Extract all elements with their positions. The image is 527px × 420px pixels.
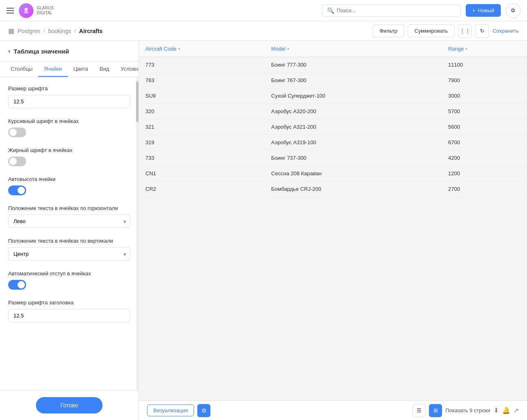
cell-range: 7900: [442, 73, 527, 88]
back-arrow-icon[interactable]: ‹: [8, 47, 10, 55]
bold-group: Жирный шрифт в ячейках: [8, 147, 130, 166]
font-size-input[interactable]: [8, 95, 130, 108]
cell-aircraft_code: 319: [139, 135, 265, 150]
header-font-size-group: Размер шрифта заголовка: [8, 299, 130, 322]
summarize-button[interactable]: Суммировать: [408, 25, 455, 37]
header-font-size-input[interactable]: [8, 309, 130, 322]
grid-view-button[interactable]: ⊞: [429, 404, 442, 417]
header-font-size-label: Размер шрифта заголовка: [8, 299, 130, 306]
v-align-select[interactable]: Верх Центр Низ: [8, 247, 130, 261]
plus-icon: +: [472, 7, 476, 13]
viz-settings-icon: ⚙: [201, 407, 207, 414]
logo-text: GLARUS DIGITAL: [37, 6, 54, 16]
cell-model: Боинг 767-300: [265, 73, 442, 88]
filter-button[interactable]: Фильтр: [373, 25, 404, 37]
cell-range: 5600: [442, 119, 527, 135]
cell-range: 3000: [442, 88, 527, 104]
sidebar-tabs: Столбцы Ячейки Цвета Вид Условное формат…: [0, 62, 138, 77]
data-table: Aircraft Code ▾ Model ▾: [139, 41, 527, 197]
rows-count: Показать 9 строки: [445, 407, 490, 413]
columns-icon-button[interactable]: ⋮⋮: [458, 24, 472, 38]
cell-aircraft_code: 320: [139, 104, 265, 119]
search-bar[interactable]: 🔍: [322, 4, 461, 17]
italic-toggle-wrap: [8, 127, 130, 137]
cell-aircraft_code: 733: [139, 150, 265, 166]
range-filter-icon[interactable]: ▾: [465, 47, 467, 51]
auto-height-toggle-wrap: [8, 185, 130, 195]
refresh-button[interactable]: ↻: [475, 24, 489, 38]
breadcrumb-sep-2: /: [74, 28, 76, 34]
h-align-select[interactable]: Лево Центр Право: [8, 214, 130, 228]
auto-indent-toggle-wrap: [8, 280, 130, 290]
tab-conditional[interactable]: Условное форматиров...: [115, 62, 138, 77]
italic-toggle[interactable]: [8, 127, 26, 137]
grid-icon: ⊞: [433, 407, 438, 413]
new-button[interactable]: + Новый: [466, 4, 501, 17]
sidebar-footer: Готово: [0, 390, 138, 420]
auto-height-label: Автовысота ячейки: [8, 176, 130, 182]
table-row: CN1Сессна 208 Караван1200: [139, 166, 527, 181]
model-filter-icon[interactable]: ▾: [287, 47, 289, 51]
logo-area: GLARUS DIGITAL: [19, 3, 54, 18]
search-icon: 🔍: [327, 7, 334, 14]
columns-icon: ⋮⋮: [460, 28, 470, 34]
content-area: Aircraft Code ▾ Model ▾: [139, 41, 527, 420]
list-view-button[interactable]: ☰: [413, 404, 426, 417]
done-button[interactable]: Готово: [36, 397, 103, 413]
auto-height-group: Автовысота ячейки: [8, 176, 130, 195]
cell-range: 4200: [442, 150, 527, 166]
share-icon[interactable]: ↗: [514, 407, 519, 414]
v-align-select-wrap: Верх Центр Низ ▾: [8, 247, 130, 261]
breadcrumb-actions: Фильтр Суммировать ⋮⋮ ↻ Сохранить: [373, 24, 519, 38]
table-row: 320Аэробус А320-2005700: [139, 104, 527, 119]
cell-range: 5700: [442, 104, 527, 119]
save-button[interactable]: Сохранить: [492, 28, 519, 34]
breadcrumb-bookings[interactable]: bookings: [48, 28, 71, 34]
auto-indent-toggle[interactable]: [8, 280, 26, 290]
aircraft-code-filter-icon[interactable]: ▾: [178, 47, 180, 51]
tab-colors[interactable]: Цвета: [68, 62, 94, 77]
logo-icon: [19, 3, 33, 18]
bell-icon[interactable]: 🔔: [502, 407, 510, 414]
cell-model: Бомбардье CRJ-200: [265, 181, 442, 197]
list-icon: ☰: [417, 407, 422, 413]
viz-settings-button[interactable]: ⚙: [197, 404, 210, 417]
table-body: 773Боинг 777-30011100763Боинг 767-300790…: [139, 57, 527, 197]
tab-cells[interactable]: Ячейки: [38, 62, 68, 77]
download-icon[interactable]: ⬇: [494, 407, 499, 414]
cell-model: Сухой Суперджет-100: [265, 88, 442, 104]
col-header-model: Model ▾: [265, 41, 442, 57]
breadcrumb-aircrafts: Aircrafts: [79, 28, 103, 34]
bold-toggle[interactable]: [8, 156, 26, 166]
bold-toggle-wrap: [8, 156, 130, 166]
hamburger-menu[interactable]: [7, 8, 14, 13]
col-header-range: Range ▾: [442, 41, 527, 57]
h-align-select-wrap: Лево Центр Право ▾: [8, 214, 130, 228]
breadcrumb-sep-1: /: [43, 28, 45, 34]
auto-indent-group: Автоматический отступ в ячейках: [8, 270, 130, 290]
tab-columns[interactable]: Столбцы: [5, 62, 38, 77]
v-align-group: Положение текста в ячейках по вертикали …: [8, 238, 130, 261]
cell-model: Боинг 737-300: [265, 150, 442, 166]
sidebar-title: Таблица значений: [13, 48, 69, 55]
table-row: 321Аэробус А321-2005600: [139, 119, 527, 135]
cell-range: 2700: [442, 181, 527, 197]
col-header-aircraft-code: Aircraft Code ▾: [139, 41, 265, 57]
cell-aircraft_code: 321: [139, 119, 265, 135]
italic-label: Курсивный шрифт в ячейках: [8, 118, 130, 124]
scrollbar-track[interactable]: [136, 77, 138, 390]
visualization-button[interactable]: Визуализация: [147, 404, 194, 416]
font-size-label: Размер шрифта: [8, 85, 130, 92]
cell-model: Аэробус А319-100: [265, 135, 442, 150]
cell-model: Аэробус А321-200: [265, 119, 442, 135]
v-align-label: Положение текста в ячейках по вертикали: [8, 238, 130, 244]
tab-view[interactable]: Вид: [94, 62, 115, 77]
breadcrumb-postgres[interactable]: Postgres: [18, 28, 40, 34]
cell-aircraft_code: CR2: [139, 181, 265, 197]
bold-label: Жирный шрифт в ячейках: [8, 147, 130, 153]
cell-range: 1200: [442, 166, 527, 181]
auto-height-toggle[interactable]: [8, 185, 26, 195]
search-input[interactable]: [337, 7, 456, 13]
settings-button[interactable]: ⚙: [506, 3, 520, 18]
table-row: 733Боинг 737-3004200: [139, 150, 527, 166]
